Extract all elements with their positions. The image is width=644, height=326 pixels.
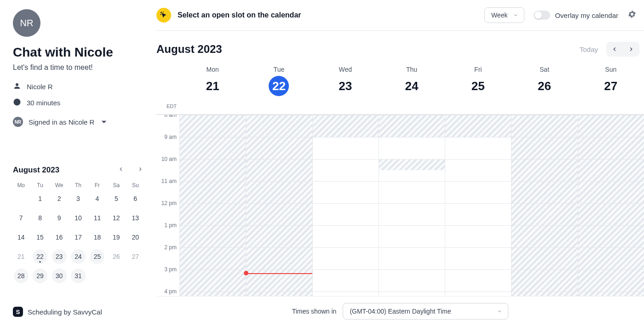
mini-dow-label: Sa (108, 180, 124, 190)
mini-day[interactable]: 31 (71, 269, 86, 283)
mini-next-button[interactable] (137, 166, 144, 174)
day-of-week-label: Sun (578, 66, 644, 73)
mini-day[interactable]: 23 (52, 249, 67, 264)
mini-dow-label: Th (70, 180, 86, 190)
svg-line-3 (161, 14, 161, 15)
day-number: 23 (335, 76, 356, 96)
chevron-down-icon (100, 118, 108, 126)
mini-day: 26 (109, 249, 124, 264)
calendar-month-label: August 2023 (156, 43, 222, 56)
mini-day[interactable]: 28 (14, 269, 29, 283)
hour-label: 2 pm (164, 244, 177, 251)
day-column[interactable] (312, 115, 379, 296)
current-time-dot (244, 271, 248, 275)
calendar-header: August 2023 Today (156, 31, 644, 63)
branding[interactable]: S Scheduling by SavvyCal (13, 298, 144, 317)
time-gutter: 8 am9 am10 am11 am12 pm1 pm2 pm3 pm4 pm (156, 115, 179, 296)
cursor-click-icon (156, 8, 171, 23)
mini-day[interactable]: 25 (90, 249, 104, 264)
mini-day (14, 191, 29, 206)
host-name-row: Nicole R (13, 82, 144, 92)
day-header: Sat26 (511, 63, 577, 102)
mini-day: 17 (71, 230, 86, 245)
today-button[interactable]: Today (580, 46, 598, 53)
chevron-down-icon (497, 309, 502, 314)
mini-day: 10 (71, 211, 86, 225)
chevron-down-icon (513, 12, 518, 18)
day-number: 21 (202, 76, 223, 96)
day-column[interactable] (578, 115, 644, 296)
timezone-select-value: (GMT-04:00) Eastern Daylight Time (350, 308, 451, 315)
day-number: 25 (468, 76, 488, 96)
day-header: Thu24 (379, 63, 445, 102)
mini-month-label: August 2023 (13, 166, 59, 175)
day-of-week-label: Tue (246, 66, 312, 73)
timezone-select[interactable]: (GMT-04:00) Eastern Daylight Time (343, 303, 508, 320)
available-slot[interactable] (445, 137, 511, 296)
next-week-button[interactable] (623, 42, 639, 57)
day-column[interactable] (246, 115, 312, 296)
hour-label: 1 pm (164, 222, 177, 229)
mini-dow-label: Su (127, 180, 144, 190)
topbar: Select an open slot on the calendar Week… (156, 0, 644, 31)
mini-dow-label: Fr (89, 180, 105, 190)
day-column[interactable] (179, 115, 246, 296)
time-grid[interactable]: 8 am9 am10 am11 am12 pm1 pm2 pm3 pm4 pm (156, 114, 644, 296)
svg-line-2 (163, 12, 163, 13)
hour-label: 12 pm (161, 200, 177, 206)
mini-day[interactable]: 29 (33, 269, 47, 283)
overlay-toggle[interactable]: Overlay my calendar (534, 11, 618, 20)
mini-dow-label: Mo (13, 180, 29, 190)
mini-day[interactable]: 24 (71, 249, 86, 264)
day-number: 24 (402, 76, 422, 96)
signed-in-row[interactable]: NR Signed in as Nicole R (13, 117, 144, 127)
signed-in-text: Signed in as Nicole R (29, 118, 94, 126)
clock-icon (13, 98, 21, 108)
mini-day[interactable]: 22 (33, 249, 47, 264)
page-subtitle: Let's find a time to meet! (13, 63, 144, 72)
mini-day: 16 (52, 230, 67, 245)
mini-day: 19 (109, 230, 124, 245)
mini-day: 14 (14, 230, 29, 245)
hour-label: 10 am (161, 156, 177, 162)
week-view: Mon21Tue22Wed23Thu24Fri25Sat26Sun27 EDT … (156, 63, 644, 296)
day-column[interactable] (511, 115, 577, 296)
day-header: Sun27 (578, 63, 644, 102)
page-title: Chat with Nicole (13, 45, 144, 60)
mini-calendar-header: August 2023 (13, 166, 144, 175)
mini-day: 8 (33, 211, 47, 225)
footer: Times shown in (GMT-04:00) Eastern Dayli… (156, 296, 644, 326)
day-of-week-label: Thu (379, 66, 445, 73)
day-number: 27 (601, 76, 621, 96)
day-column[interactable] (445, 115, 511, 296)
view-select-value: Week (491, 11, 508, 19)
week-nav (606, 42, 639, 57)
mini-day: 1 (33, 191, 47, 206)
timezone-row: EDT (156, 102, 644, 114)
overlay-toggle-label: Overlay my calendar (555, 11, 618, 19)
toggle-track (534, 11, 550, 20)
mini-day: 12 (109, 211, 124, 225)
mini-day: 15 (33, 230, 47, 245)
mini-prev-button[interactable] (118, 166, 124, 174)
available-slot[interactable] (313, 137, 379, 296)
hour-label: 3 pm (164, 266, 177, 273)
mini-day[interactable]: 30 (52, 269, 67, 283)
view-select[interactable]: Week (484, 7, 525, 23)
prompt-text: Select an open slot on the calendar (178, 11, 301, 19)
hour-label: 4 pm (164, 288, 177, 295)
available-slot[interactable] (379, 170, 445, 296)
mini-day: 27 (128, 249, 143, 264)
prev-week-button[interactable] (606, 42, 623, 57)
settings-button[interactable] (627, 10, 637, 21)
day-header: Mon21 (179, 63, 246, 102)
branding-label: Scheduling by SavvyCal (28, 308, 102, 316)
available-slot[interactable] (379, 137, 445, 159)
day-column[interactable] (379, 115, 445, 296)
mini-day (109, 269, 124, 283)
timezone-short: EDT (156, 102, 179, 114)
main: Select an open slot on the calendar Week… (156, 0, 644, 326)
day-of-week-label: Sat (511, 66, 577, 73)
day-number: 26 (535, 76, 555, 96)
toggle-knob (535, 11, 542, 19)
